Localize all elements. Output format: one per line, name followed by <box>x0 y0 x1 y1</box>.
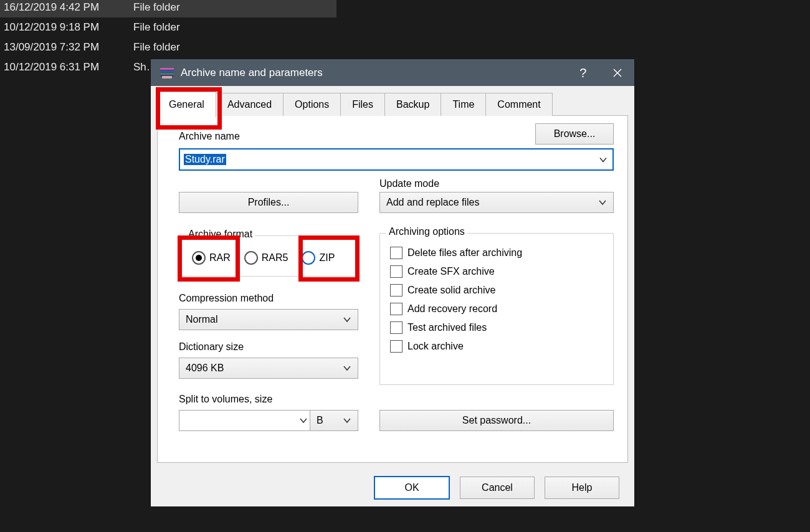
chevron-down-icon <box>598 197 607 208</box>
tab-files[interactable]: Files <box>341 93 385 116</box>
tab-backup[interactable]: Backup <box>385 93 441 116</box>
profiles-button[interactable]: Profiles... <box>179 192 358 213</box>
split-unit-value: B <box>317 415 323 426</box>
row-type: File folder <box>133 1 180 14</box>
chk-label: Delete files after archiving <box>407 247 522 259</box>
chevron-down-icon <box>343 314 351 325</box>
button-label: OK <box>404 482 419 493</box>
button-label: Profiles... <box>248 197 290 208</box>
set-password-button[interactable]: Set password... <box>379 410 614 431</box>
compression-label: Compression method <box>179 293 274 304</box>
tab-strip: General Advanced Options Files Backup Ti… <box>157 92 553 115</box>
opt-lock[interactable]: Lock archive <box>390 337 603 356</box>
chevron-down-icon <box>343 415 351 426</box>
tab-label: Backup <box>396 99 429 110</box>
archive-name-value: Study.rar <box>184 154 226 165</box>
chevron-down-icon <box>343 363 351 374</box>
button-label: Cancel <box>482 482 513 493</box>
opt-sfx[interactable]: Create SFX archive <box>390 262 603 281</box>
radio-label: RAR <box>209 252 231 264</box>
explorer-row[interactable]: 10/12/2019 9:18 PM File folder <box>0 17 336 37</box>
tab-label: Time <box>452 99 474 110</box>
svg-text:?: ? <box>579 67 586 79</box>
archive-dialog: Archive name and parameters ? General Ad… <box>151 59 634 506</box>
dialog-titlebar[interactable]: Archive name and parameters ? <box>151 59 634 86</box>
archive-name-input[interactable]: Study.rar <box>179 148 614 171</box>
format-rar5-radio[interactable]: RAR5 <box>244 251 288 265</box>
tab-time[interactable]: Time <box>441 93 486 116</box>
svg-rect-2 <box>160 70 174 72</box>
compression-value: Normal <box>186 314 218 325</box>
update-mode-value: Add and replace files <box>386 197 479 208</box>
svg-rect-3 <box>160 73 174 75</box>
opt-test[interactable]: Test archived files <box>390 318 603 337</box>
tab-label: Advanced <box>227 99 272 110</box>
row-date: 10/12/2019 6:31 PM <box>4 61 128 74</box>
button-label: Set password... <box>462 415 531 426</box>
format-zip-radio[interactable]: ZIP <box>302 251 335 265</box>
row-date: 13/09/2019 7:32 PM <box>4 41 128 54</box>
row-date: 16/12/2019 4:42 PM <box>4 1 128 14</box>
svg-rect-1 <box>160 68 174 70</box>
split-unit-combo[interactable]: B <box>310 410 358 431</box>
chk-label: Test archived files <box>407 322 487 333</box>
opt-solid[interactable]: Create solid archive <box>390 281 603 300</box>
tab-comment[interactable]: Comment <box>486 93 552 116</box>
chevron-down-icon <box>299 415 308 426</box>
chevron-down-icon[interactable] <box>599 154 608 165</box>
button-label: Help <box>572 482 593 493</box>
update-mode-combo[interactable]: Add and replace files <box>379 192 614 213</box>
row-date: 10/12/2019 9:18 PM <box>4 21 128 34</box>
radio-label: RAR5 <box>262 252 288 264</box>
browse-button[interactable]: Browse... <box>535 123 614 145</box>
winrar-icon <box>160 67 174 79</box>
archive-format-group: Archive format RAR RAR5 ZIP <box>179 235 358 277</box>
chk-label: Add recovery record <box>407 303 497 315</box>
archive-format-legend: Archive format <box>186 229 255 240</box>
chk-label: Lock archive <box>407 341 464 352</box>
compression-combo[interactable]: Normal <box>179 309 358 330</box>
button-label: Browse... <box>554 128 596 140</box>
split-size-input[interactable] <box>179 410 315 431</box>
archiving-options-legend: Archiving options <box>386 226 467 237</box>
update-mode-label: Update mode <box>379 178 439 189</box>
tab-advanced[interactable]: Advanced <box>216 93 284 116</box>
cancel-button[interactable]: Cancel <box>460 477 535 499</box>
tab-label: Options <box>295 99 329 110</box>
help-titlebar-button[interactable]: ? <box>567 59 601 86</box>
radio-label: ZIP <box>319 252 335 264</box>
explorer-row[interactable]: 13/09/2019 7:32 PM File folder <box>0 37 336 57</box>
row-type: File folder <box>133 41 180 54</box>
dictionary-value: 4096 KB <box>186 363 224 374</box>
dictionary-combo[interactable]: 4096 KB <box>179 358 358 379</box>
dialog-footer: OK Cancel Help <box>151 469 634 506</box>
tab-label: General <box>169 99 204 110</box>
opt-recovery[interactable]: Add recovery record <box>390 300 603 318</box>
help-button[interactable]: Help <box>545 477 619 499</box>
ok-button[interactable]: OK <box>374 476 450 500</box>
dictionary-label: Dictionary size <box>179 341 244 353</box>
tab-label: Files <box>352 99 373 110</box>
dialog-title: Archive name and parameters <box>181 67 567 79</box>
general-panel: Browse... Archive name Study.rar Profile… <box>157 115 628 463</box>
chk-label: Create solid archive <box>407 285 495 296</box>
close-button[interactable] <box>601 59 634 86</box>
row-type: File folder <box>133 21 180 34</box>
archiving-options-group: Archiving options Delete files after arc… <box>379 233 614 385</box>
tab-general[interactable]: General <box>157 92 216 117</box>
format-rar-radio[interactable]: RAR <box>192 251 231 265</box>
tab-label: Comment <box>497 99 540 110</box>
svg-rect-4 <box>162 76 172 78</box>
split-label: Split to volumes, size <box>179 394 272 405</box>
tab-options[interactable]: Options <box>284 93 341 116</box>
archive-name-label: Archive name <box>179 131 240 142</box>
explorer-row[interactable]: 16/12/2019 4:42 PM File folder <box>0 0 336 17</box>
chk-label: Create SFX archive <box>407 266 495 277</box>
opt-delete-after[interactable]: Delete files after archiving <box>390 244 603 262</box>
